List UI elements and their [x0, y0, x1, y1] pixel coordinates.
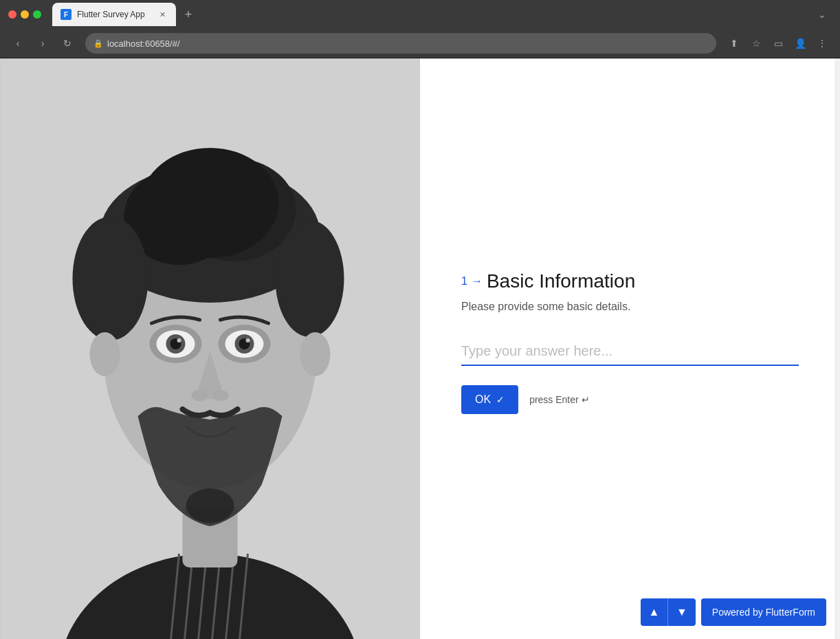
up-arrow-icon: ▲ — [648, 606, 659, 618]
enter-symbol: ↵ — [582, 394, 590, 405]
svg-point-15 — [276, 220, 344, 337]
page-content: 1 → Basic Information Please provide som… — [0, 58, 840, 639]
svg-point-16 — [90, 332, 120, 376]
lock-icon: 🔒 — [93, 39, 103, 48]
address-bar[interactable]: 🔒 localhost:60658/#/ — [85, 33, 716, 54]
form-panel: 1 → Basic Information Please provide som… — [420, 58, 840, 639]
reload-button[interactable]: ↻ — [58, 34, 77, 53]
svg-point-28 — [192, 390, 208, 401]
browser-toolbar: ‹ › ↻ 🔒 localhost:60658/#/ ⬆ ☆ ▭ 👤 ⋮ — [0, 29, 840, 58]
svg-point-26 — [177, 338, 181, 343]
svg-point-14 — [73, 217, 148, 340]
back-button[interactable]: ‹ — [8, 34, 27, 53]
portrait-image — [0, 58, 420, 639]
question-title: Basic Information — [487, 270, 635, 292]
tab-title: Flutter Survey App — [77, 10, 151, 19]
form-actions: OK ✓ press Enter ↵ — [461, 385, 799, 414]
down-arrow-icon: ▼ — [676, 606, 687, 618]
traffic-lights — [8, 10, 41, 19]
ok-label: OK — [475, 393, 491, 406]
tab-close-button[interactable]: ✕ — [157, 9, 168, 20]
share-icon[interactable]: ⬆ — [725, 34, 744, 53]
svg-point-30 — [186, 488, 234, 523]
bottom-nav: ▲ ▼ Powered by FlutterForm — [641, 598, 826, 626]
checkmark-icon: ✓ — [496, 394, 505, 405]
profile-icon[interactable]: 👤 — [791, 34, 810, 53]
svg-point-29 — [212, 390, 229, 401]
nav-arrows: ▲ ▼ — [641, 598, 696, 626]
forward-button[interactable]: › — [33, 34, 52, 53]
new-tab-button[interactable]: + — [179, 5, 198, 24]
nav-up-button[interactable]: ▲ — [641, 598, 668, 626]
question-num: 1 — [461, 275, 467, 288]
question-subtitle: Please provide some basic details. — [461, 301, 799, 313]
press-enter-label: press Enter — [529, 394, 579, 405]
toolbar-actions: ⬆ ☆ ▭ 👤 ⋮ — [725, 34, 832, 53]
tab-favicon — [60, 9, 71, 20]
sidebar-icon[interactable]: ▭ — [769, 34, 788, 53]
powered-by-button[interactable]: Powered by FlutterForm — [701, 598, 826, 626]
nav-down-button[interactable]: ▼ — [668, 598, 696, 626]
answer-input[interactable] — [461, 338, 799, 366]
active-tab[interactable]: Flutter Survey App ✕ — [52, 3, 176, 26]
maximize-button[interactable] — [33, 10, 41, 19]
photo-panel — [0, 58, 420, 639]
arrow-right-icon: → — [472, 275, 483, 288]
close-button[interactable] — [8, 10, 16, 19]
svg-point-27 — [246, 338, 250, 343]
scrollbar[interactable] — [835, 58, 840, 639]
question-number: 1 → Basic Information — [461, 270, 799, 292]
svg-point-13 — [142, 148, 279, 258]
bookmark-icon[interactable]: ☆ — [747, 34, 766, 53]
press-enter-text: press Enter ↵ — [529, 394, 589, 405]
browser-titlebar: Flutter Survey App ✕ + ⌄ — [0, 0, 840, 29]
menu-icon[interactable]: ⋮ — [813, 34, 832, 53]
ok-button[interactable]: OK ✓ — [461, 385, 518, 414]
browser-chrome: Flutter Survey App ✕ + ⌄ ‹ › ↻ 🔒 localho… — [0, 0, 840, 58]
svg-point-17 — [300, 332, 331, 376]
window-more-icon[interactable]: ⌄ — [813, 5, 832, 24]
minimize-button[interactable] — [21, 10, 29, 19]
address-text: localhost:60658/#/ — [107, 39, 180, 49]
tab-bar: Flutter Survey App ✕ + — [52, 3, 807, 26]
